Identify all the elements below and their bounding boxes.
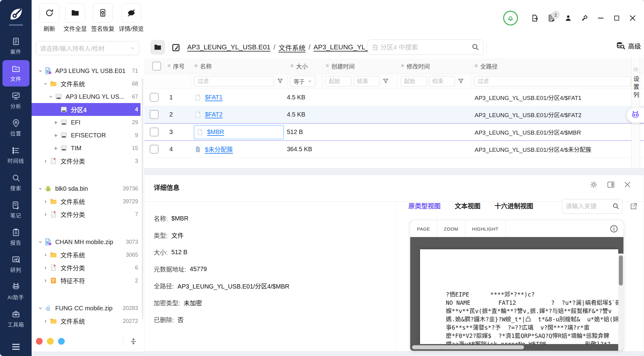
funnel-icon[interactable] (382, 78, 389, 85)
tree-item-blk0 sda.bin[interactable]: blk0 sda.bin 39736 (32, 182, 141, 195)
chevron-expander-icon[interactable] (37, 306, 44, 311)
ai-assistant-fab[interactable] (627, 108, 644, 123)
yellow-dot-filter[interactable] (47, 338, 54, 345)
vertical-scrollbar[interactable] (618, 254, 623, 344)
size-operator-select[interactable]: 等于 (290, 76, 315, 87)
user-icon[interactable] (564, 14, 572, 22)
chevron-expander-icon[interactable] (47, 94, 54, 99)
sidebar-item-analysis[interactable]: 分析 (2, 87, 29, 114)
breadcrumb-segment[interactable]: AP3_LEUNG_YL_USB.E01 (187, 43, 271, 51)
maximize-button[interactable] (613, 14, 620, 22)
chevron-expander-icon[interactable] (37, 69, 44, 73)
file-name-link[interactable]: $FAT1 (205, 94, 222, 101)
collapse-tree-button[interactable] (123, 337, 137, 346)
sidebar-item-file[interactable]: 文件 (2, 60, 29, 86)
column-header-name[interactable]: ≡名称 (191, 58, 287, 74)
created-start-input[interactable] (326, 76, 351, 86)
chevron-expander-icon[interactable] (42, 253, 49, 257)
created-end-input[interactable] (354, 76, 380, 86)
tree-scrollbar[interactable] (142, 78, 143, 319)
tree-item-文件系统[interactable]: 文件系统 3065 (32, 248, 141, 261)
tree-item-AP3 LEUNG YL USB.E01[interactable]: ? AP3 LEUNG YL USB.E01 71 (32, 64, 141, 77)
show-all-files-button[interactable]: 文件全显 (64, 3, 87, 33)
chevron-expander-icon[interactable] (37, 240, 44, 244)
preview-tab-hex[interactable]: 十六进制视图 (495, 201, 533, 210)
advanced-search-button[interactable]: 高级 (616, 41, 641, 50)
sidebar-item-timeline[interactable]: 时间线 (2, 142, 29, 168)
file-name-link[interactable]: $MBR (207, 128, 224, 136)
open-external-icon[interactable] (629, 202, 638, 211)
row-checkbox[interactable] (150, 110, 159, 119)
viewer-button-zoom[interactable]: ZOOM (437, 220, 465, 237)
sidebar-item-ai[interactable]: AI助手 (2, 278, 29, 305)
plus-expander-icon[interactable]: + (52, 132, 60, 139)
tree-item-分区4[interactable]: 分区4 4 (32, 103, 141, 116)
preview-tab-text[interactable]: 文本视图 (455, 201, 480, 210)
column-header-created[interactable]: ≡创建时间 (322, 58, 397, 74)
table-row-$FAT1[interactable]: 1 $FAT1 4.5 KB AP3_LEUNG_YL_USB.E01/分区4/… (144, 89, 644, 106)
task-list-icon[interactable]: 2 (547, 14, 556, 22)
column-header-index[interactable]: ≡序号 (164, 58, 191, 74)
folder-view-button[interactable] (150, 40, 165, 55)
sidebar-item-judge[interactable]: 研判 (2, 251, 29, 278)
detail-preview-button[interactable]: 详情/预览 (119, 3, 144, 33)
select-all-checkbox[interactable] (152, 62, 161, 71)
table-row-$FAT2[interactable]: 2 $FAT2 4.5 KB AP3_LEUNG_YL_USB.E01/分区4/… (144, 106, 644, 123)
chevron-expander-icon[interactable] (42, 199, 49, 204)
tree-item-文件系统[interactable]: 文件系统 68 (32, 77, 141, 90)
tree-item-EFI[interactable]: + EFI 29 (32, 116, 141, 129)
plus-expander-icon[interactable]: + (52, 145, 60, 151)
refresh-button[interactable]: 刷新 (40, 3, 59, 33)
tree-item-文件分类[interactable]: 文件分类 (32, 327, 141, 330)
sidebar-item-notes[interactable]: 笔记 (2, 197, 29, 223)
search-icon[interactable] (471, 43, 480, 51)
chevron-expander-icon[interactable] (42, 82, 49, 86)
tree-item-EFISECTOR[interactable]: + EFISECTOR 9 (32, 129, 141, 142)
column-settings-button[interactable]: 设置列 (632, 76, 640, 100)
funnel-icon[interactable] (457, 78, 465, 85)
table-row-$MBR[interactable]: 3 $MBR 512 B AP3_LEUNG_YL_USB.E01/分区4/$M… (144, 123, 644, 141)
funnel-icon[interactable] (276, 78, 284, 85)
red-dot-filter[interactable] (36, 338, 43, 345)
blue-dot-filter[interactable] (58, 338, 65, 345)
row-checkbox[interactable] (150, 145, 159, 154)
column-header-modified[interactable]: ≡修改时间 (397, 58, 471, 74)
tree-item-文件系统[interactable]: 文件系统 39729 (32, 195, 141, 208)
signature-restore-button[interactable]: 签名恢复 (91, 3, 114, 33)
drag-handle-icon[interactable] (634, 67, 638, 71)
horizontal-scrollbar[interactable] (410, 344, 618, 351)
vertical-scrollbar-thumb[interactable] (619, 255, 623, 285)
info-icon[interactable] (609, 224, 619, 233)
tree-item-特征不符[interactable]: 特征不符 2 (32, 274, 141, 287)
tree-item-FUNG CC mobile.zip[interactable]: FUNG CC mobile.zip 20283 (32, 302, 141, 315)
file-name-link[interactable]: $FAT2 (205, 111, 222, 118)
chevron-expander-icon[interactable] (42, 319, 49, 323)
file-name-link[interactable]: $未分配簇 (205, 145, 233, 154)
sidebar-item-toolbox[interactable]: 工具箱 (2, 306, 29, 332)
table-row-$未分配簇[interactable]: 4 ? $未分配簇 364.5 KB AP3_LEUNG_YL_USB.E01/… (144, 141, 644, 158)
holder-select[interactable]: 请选择/输入持有人/检材 (36, 41, 139, 55)
row-checkbox[interactable] (150, 128, 159, 136)
export-icon[interactable] (530, 14, 539, 22)
tree-item-文件分类[interactable]: 文件分类 3 (32, 155, 141, 167)
viewer-button-highlight[interactable]: HIGHLIGHT (465, 220, 506, 237)
tree-item-文件系统[interactable]: 文件系统 20272 (32, 315, 141, 327)
modified-end-input[interactable] (429, 76, 455, 86)
modified-start-input[interactable] (401, 76, 426, 86)
tree-item-文件分类[interactable]: 文件分类 6 (32, 261, 141, 274)
chevron-expander-icon[interactable] (42, 212, 49, 217)
sidebar-menu-button[interactable] (0, 342, 32, 352)
row-checkbox[interactable] (150, 93, 159, 102)
partition-search-input[interactable] (368, 40, 483, 55)
plus-expander-icon[interactable]: + (52, 119, 60, 126)
sidebar-item-location[interactable]: 位置 (2, 115, 29, 141)
breadcrumb-segment[interactable]: 文件系统 (279, 42, 306, 52)
search-icon[interactable] (612, 202, 620, 210)
viewer-button-page[interactable]: PAGE (410, 220, 437, 237)
chevron-expander-icon[interactable] (42, 266, 49, 270)
tree-item-AP3 LEUNG YL US...[interactable]: AP3 LEUNG YL US... 67 (32, 90, 141, 103)
path-filter-input[interactable] (474, 76, 631, 86)
sidebar-item-case[interactable]: 案件 (2, 33, 29, 59)
close-button[interactable] (629, 14, 637, 22)
tree-item-文件分类[interactable]: 文件分类 7 (32, 208, 141, 221)
